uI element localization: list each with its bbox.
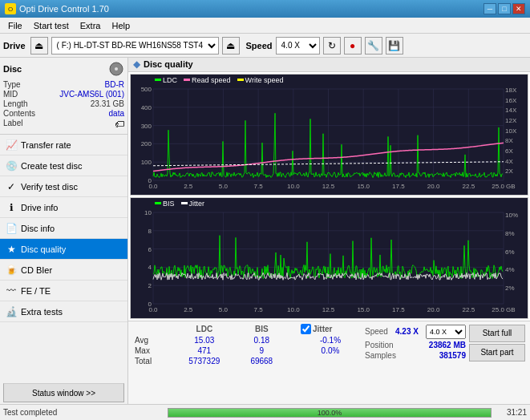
nav-extra-tests[interactable]: 🔬 Extra tests	[0, 301, 127, 322]
nav-disc-info[interactable]: 📄 Disc info	[0, 218, 127, 239]
lower-chart: BIS Jitter	[130, 197, 528, 319]
stats-table-area: LDC BIS Jitter	[128, 321, 530, 404]
disc-mid-label: MID	[3, 90, 18, 99]
app-icon: O	[5, 3, 16, 14]
toolbar: Drive ⏏ ( F:) HL-DT-ST BD-RE WH16NS58 TS…	[0, 34, 530, 58]
nav-fe-te-label: FE / TE	[21, 286, 51, 296]
legend-read-speed: Read speed	[184, 76, 231, 84]
content-area: ◆ Disc quality LDC Read speed	[128, 58, 530, 404]
col-header-spacer	[286, 323, 297, 335]
drive-select[interactable]: ( F:) HL-DT-ST BD-RE WH16NS58 TST4	[51, 37, 219, 55]
nav-section: 📈 Transfer rate 💿 Create test disc ✓ Ver…	[0, 135, 127, 382]
charts-area: LDC Read speed Write speed	[128, 72, 530, 321]
menu-help[interactable]: Help	[107, 20, 135, 31]
col-header-jitter: Jitter	[297, 323, 363, 335]
status-window-button[interactable]: Status window >>	[3, 383, 124, 402]
fe-te-icon: 〰	[5, 285, 18, 297]
statusbar: Test completed 100.0% 31:21	[0, 404, 530, 420]
drive-eject-icon[interactable]: ⏏	[30, 37, 48, 55]
menu-start-test[interactable]: Start test	[29, 20, 74, 31]
write-speed-color	[237, 79, 244, 81]
upper-legend: LDC Read speed Write speed	[155, 76, 283, 84]
menu-file[interactable]: File	[3, 20, 27, 31]
col-header-label	[131, 323, 172, 335]
total-spacer	[286, 356, 297, 366]
read-speed-color	[184, 79, 190, 81]
legend-ldc: LDC	[155, 76, 177, 84]
save-icon[interactable]: 💾	[386, 37, 403, 55]
col-header-ldc: LDC	[172, 323, 237, 335]
close-button[interactable]: ✕	[512, 3, 525, 14]
nav-disc-info-label: Disc info	[21, 224, 55, 233]
lower-chart-canvas	[131, 198, 528, 318]
total-ldc: 5737329	[172, 356, 237, 366]
time-display: 31:21	[495, 408, 527, 417]
disc-quality-icon: ★	[5, 243, 18, 256]
app-title: Opti Drive Control 1.70	[19, 4, 109, 14]
disc-label-icon: 🏷	[115, 119, 124, 130]
disc-label-row: Label 🏷	[3, 119, 124, 130]
refresh-icon[interactable]: ↻	[323, 37, 341, 55]
disc-length-label: Length	[3, 99, 28, 108]
main-area: Disc Type BD-R MID JVC-AMS6L (001) Lengt…	[0, 58, 530, 404]
lower-legend: BIS Jitter	[155, 200, 204, 208]
stats-area: LDC BIS Jitter	[128, 321, 530, 404]
speed-select[interactable]: 4.0 X 1.0 X 2.0 X 6.0 X 8.0 X	[276, 37, 320, 55]
disc-length-row: Length 23.31 GB	[3, 99, 124, 108]
nav-extra-tests-label: Extra tests	[21, 307, 63, 317]
max-jitter: 0.0%	[297, 345, 363, 356]
tools-icon[interactable]: 🔧	[365, 37, 382, 55]
chart-header: ◆ Disc quality	[128, 58, 530, 72]
table-row-max: Max 471 9 0.0%	[131, 345, 363, 356]
menubar: File Start test Extra Help	[0, 18, 530, 34]
avg-ldc: 15.03	[172, 335, 237, 345]
titlebar-controls[interactable]: ─ □ ✕	[483, 3, 525, 14]
samples-row: Samples 381579	[365, 351, 466, 360]
speed-label: Speed	[246, 41, 273, 50]
disc-length-value: 23.31 GB	[91, 99, 124, 108]
nav-disc-quality-label: Disc quality	[21, 244, 66, 254]
verify-test-disc-icon: ✓	[5, 180, 18, 193]
avg-bis: 0.18	[237, 335, 286, 345]
avg-label: Avg	[131, 335, 172, 345]
stats-data-table: LDC BIS Jitter	[131, 323, 363, 366]
disc-mid-row: MID JVC-AMS6L (001)	[3, 90, 124, 99]
menu-extra[interactable]: Extra	[75, 20, 106, 31]
disc-type-label: Type	[3, 80, 21, 89]
minimize-button[interactable]: ─	[483, 3, 496, 14]
chart-header-icon: ◆	[133, 59, 140, 70]
speed-stat-label: Speed	[365, 327, 388, 336]
disc-contents-row: Contents data	[3, 109, 124, 118]
disc-type-value: BD-R	[105, 80, 124, 89]
jitter-color	[181, 202, 188, 204]
disc-mid-value: JVC-AMS6L (001)	[59, 90, 124, 99]
nav-transfer-rate-label: Transfer rate	[21, 140, 71, 150]
bis-color	[155, 202, 161, 204]
speed-stat-value: 4.23 X	[395, 327, 419, 336]
nav-cd-bier[interactable]: 🍺 CD BIer	[0, 260, 127, 281]
total-jitter	[297, 356, 363, 366]
upper-chart-canvas	[131, 75, 528, 195]
eject-button[interactable]: ⏏	[222, 37, 240, 55]
maximize-button[interactable]: □	[498, 3, 511, 14]
nav-transfer-rate[interactable]: 📈 Transfer rate	[0, 135, 127, 155]
jitter-checkbox[interactable]	[301, 324, 311, 334]
nav-fe-te[interactable]: 〰 FE / TE	[0, 281, 127, 301]
disc-section: Disc Type BD-R MID JVC-AMS6L (001) Lengt…	[0, 58, 127, 135]
speed-stat-select[interactable]: 4.0 X	[426, 325, 466, 339]
total-bis: 69668	[237, 356, 286, 366]
cd-bier-icon: 🍺	[5, 264, 18, 277]
nav-disc-quality[interactable]: ★ Disc quality	[0, 239, 127, 260]
stats-table: LDC BIS Jitter	[131, 323, 363, 402]
nav-drive-info[interactable]: ℹ Drive info	[0, 197, 127, 218]
position-row: Position 23862 MB	[365, 341, 466, 349]
nav-verify-test-disc[interactable]: ✓ Verify test disc	[0, 176, 127, 197]
settings-icon[interactable]: ●	[344, 37, 362, 55]
start-full-button[interactable]: Start full	[469, 325, 525, 342]
nav-create-test-disc[interactable]: 💿 Create test disc	[0, 155, 127, 176]
legend-bis: BIS	[155, 200, 175, 208]
samples-value: 381579	[439, 351, 466, 360]
avg-jitter: -0.1%	[297, 335, 363, 345]
legend-jitter-label: Jitter	[189, 200, 205, 208]
start-part-button[interactable]: Start part	[469, 344, 525, 361]
